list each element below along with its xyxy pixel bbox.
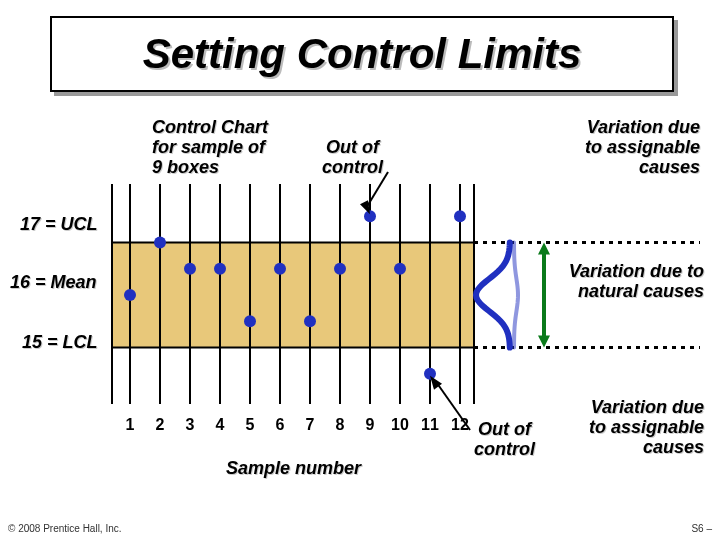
svg-marker-21	[538, 336, 550, 348]
mean-label: 16 = Mean	[10, 272, 97, 293]
svg-text:1: 1	[126, 416, 135, 433]
svg-text:11: 11	[421, 416, 439, 433]
chart-caption: Control Chart for sample of 9 boxes	[152, 118, 268, 177]
assignable-causes-top: Variation due to assignable causes	[530, 118, 700, 177]
svg-point-26	[244, 315, 256, 327]
svg-text:8: 8	[336, 416, 345, 433]
svg-point-23	[154, 237, 166, 249]
assignable-causes-bottom: Variation due to assignable causes	[552, 398, 704, 457]
out-of-control-label-bottom: Out of control	[474, 420, 535, 460]
svg-point-29	[334, 263, 346, 275]
svg-point-22	[124, 289, 136, 301]
svg-point-25	[214, 263, 226, 275]
page-number: S6 –	[691, 523, 712, 534]
svg-text:7: 7	[306, 416, 315, 433]
svg-text:9: 9	[366, 416, 375, 433]
svg-point-30	[364, 210, 376, 222]
svg-point-33	[454, 210, 466, 222]
svg-point-32	[424, 368, 436, 380]
svg-text:2: 2	[156, 416, 165, 433]
svg-point-27	[274, 263, 286, 275]
svg-text:5: 5	[246, 416, 255, 433]
svg-text:4: 4	[216, 416, 225, 433]
svg-text:12: 12	[451, 416, 469, 433]
natural-causes-label: Variation due to natural causes	[528, 262, 704, 302]
svg-point-28	[304, 315, 316, 327]
out-of-control-label-top: Out of control	[322, 138, 383, 178]
svg-point-31	[394, 263, 406, 275]
svg-text:10: 10	[391, 416, 409, 433]
svg-point-24	[184, 263, 196, 275]
svg-rect-0	[112, 243, 474, 348]
svg-text:3: 3	[186, 416, 195, 433]
lcl-label: 15 = LCL	[22, 332, 98, 353]
copyright: © 2008 Prentice Hall, Inc.	[8, 523, 122, 534]
x-axis-label: Sample number	[226, 458, 361, 479]
ucl-label: 17 = UCL	[20, 214, 98, 235]
svg-marker-20	[538, 243, 550, 255]
svg-text:6: 6	[276, 416, 285, 433]
